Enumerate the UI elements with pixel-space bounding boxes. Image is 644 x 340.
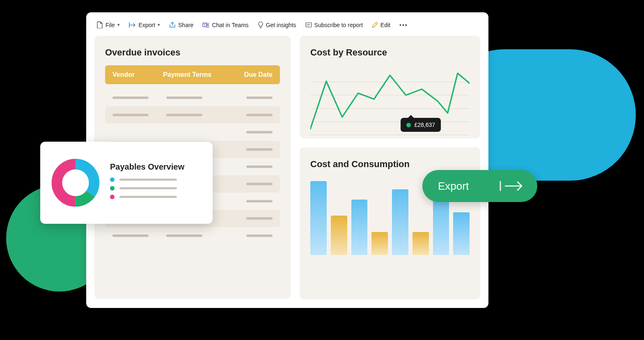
legend-placeholder [119,179,177,181]
bar [331,216,347,255]
subscribe-label: Subscribe to report [314,22,363,28]
legend-placeholder [119,187,177,189]
bar [351,200,368,255]
table-row[interactable] [105,106,280,124]
subscribe-icon [305,22,312,28]
table-row[interactable] [105,89,280,106]
edit-label: Edit [380,22,390,28]
table-header: Vendor Payment Terms Due Date [105,65,280,84]
subscribe-button[interactable]: Subscribe to report [305,22,363,28]
pencil-icon [372,22,378,28]
bar [392,189,408,255]
chat-teams-button[interactable]: T Chat in Teams [202,22,248,28]
share-label: Share [178,22,193,28]
bar [371,232,388,255]
payables-title: Payables Overview [110,162,202,172]
bar [413,232,429,255]
ellipsis-icon: ••• [399,22,408,28]
export-button-label: Export [438,180,469,193]
chevron-down-icon: ▾ [158,22,160,28]
export-arrow-icon [500,180,525,192]
table-row[interactable] [105,124,280,141]
legend-dot-icon [110,195,115,199]
tooltip-dot-icon [406,123,411,127]
share-button[interactable]: Share [169,22,193,28]
cost-consumption-title: Cost and Consumption [310,159,470,170]
export-icon [129,22,136,28]
bar [433,193,449,255]
line-chart-svg [310,65,470,133]
line-chart[interactable]: £28,637 [310,65,470,139]
legend-dot-icon [110,186,115,191]
col-vendor: Vendor [112,71,163,78]
export-label: Export [139,22,155,28]
legend-item [110,186,202,191]
col-due: Due Date [230,71,273,78]
bar [453,212,470,255]
overdue-title: Overdue invoices [105,47,280,58]
payables-overview-card: Payables Overview [40,142,213,224]
lightbulb-icon [258,21,264,28]
col-terms: Payment Terms [163,71,230,78]
cost-resource-title: Cost by Resource [310,47,470,58]
insights-label: Get insights [266,22,296,28]
edit-button[interactable]: Edit [372,22,390,28]
teams-icon: T [202,22,209,28]
file-menu[interactable]: File ▾ [97,21,120,28]
chat-label: Chat in Teams [212,22,248,28]
cost-by-resource-card: Cost by Resource £28,637 [300,36,480,138]
export-button[interactable]: Export [422,170,537,202]
chevron-down-icon: ▾ [117,22,120,28]
tooltip-value: £28,637 [414,122,435,128]
more-menu[interactable]: ••• [399,22,408,28]
table-row[interactable] [105,227,280,244]
chart-tooltip: £28,637 [401,118,441,132]
legend-dot-icon [110,177,115,182]
legend-placeholder [119,196,177,198]
toolbar: File ▾ Export ▾ Share T Chat in Teams [94,20,480,36]
donut-chart[interactable] [51,158,100,207]
file-icon [97,21,103,28]
bar [310,181,327,255]
svg-text:T: T [204,23,206,26]
get-insights-button[interactable]: Get insights [258,21,296,28]
export-menu[interactable]: Export ▾ [129,22,160,28]
legend-item [110,177,202,182]
svg-point-2 [207,23,209,25]
share-icon [169,22,176,28]
legend-item [110,195,202,199]
svg-rect-3 [306,23,312,27]
file-label: File [105,22,115,28]
